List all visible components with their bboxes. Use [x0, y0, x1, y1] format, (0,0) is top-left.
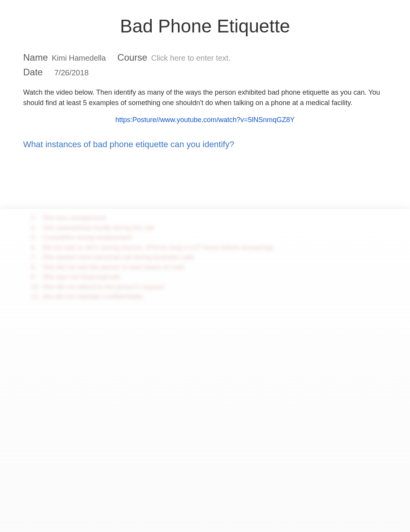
video-link[interactable]: https:Posture//www.youtube.com/watch?v=5…: [23, 116, 387, 124]
paywall-overlay: She was unorganizedShe yawned/was loudly…: [0, 209, 410, 532]
list-item: She did not attend to the person's reque…: [31, 282, 379, 292]
date-row: Date 7/26/2018: [23, 67, 387, 78]
list-item: She started more personal call during bu…: [31, 252, 379, 262]
page-title: Bad Phone Etiquette: [23, 15, 387, 37]
name-course-row: Name Kimi Hamedella Course Click here to…: [23, 52, 387, 63]
list-item: she did not maintain confidentiality: [31, 292, 379, 302]
blurred-answers: She was unorganizedShe yawned/was loudly…: [0, 209, 410, 306]
question-heading: What instances of bad phone etiquette ca…: [23, 139, 387, 150]
list-item: did not wait or did it during closure. (…: [31, 243, 379, 253]
instructions-text: Watch the video below. Then identify as …: [23, 87, 387, 108]
date-label: Date: [23, 67, 43, 78]
date-value: 7/26/2018: [54, 68, 89, 77]
list-item: She was unorganized: [31, 213, 379, 223]
course-label: Course: [117, 52, 147, 63]
name-value: Kimi Hamedella: [52, 54, 106, 63]
name-label: Name: [23, 52, 48, 63]
course-placeholder[interactable]: Click here to enter text.: [151, 54, 230, 63]
list-item: Cursed/the wrong employment: [31, 233, 379, 243]
list-item: She yawned/was loudly during the call: [31, 223, 379, 233]
list-item: She was not forgiving/rude: [31, 272, 379, 282]
list-item: She did not ask the person to wait /plac…: [31, 262, 379, 272]
